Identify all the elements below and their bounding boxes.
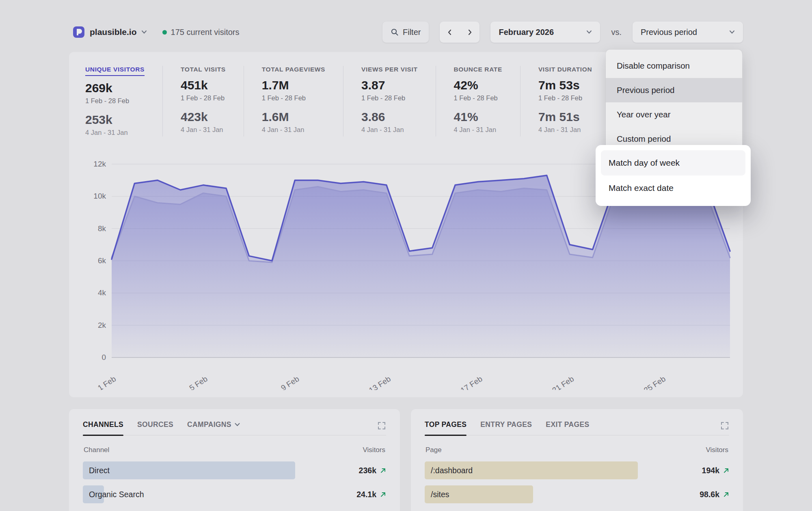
- metric-prev-period: 4 Jan - 31 Jan: [181, 126, 226, 134]
- expand-button[interactable]: [377, 421, 386, 430]
- vs-label: vs.: [611, 28, 622, 37]
- metric-prev-period: 4 Jan - 31 Jan: [361, 126, 418, 134]
- tab-top-pages[interactable]: TOP PAGES: [425, 420, 466, 435]
- y-axis-tick: 12k: [93, 160, 106, 168]
- tab-campaigns[interactable]: CAMPAIGNS: [187, 420, 240, 435]
- period-nav: [440, 22, 479, 43]
- row-label[interactable]: /sites: [425, 490, 449, 499]
- chevron-right-icon: [466, 29, 473, 36]
- metric-period: 1 Feb - 28 Feb: [538, 94, 592, 102]
- metric-bounce-rate[interactable]: BOUNCE RATE42%1 Feb - 28 Feb41%4 Jan - 3…: [436, 66, 520, 136]
- tab-entry-pages[interactable]: ENTRY PAGES: [480, 420, 532, 435]
- x-axis-tick: 13 Feb: [367, 375, 392, 390]
- metric-label[interactable]: VISIT DURATION: [538, 66, 592, 73]
- pages-rows: /:dashboard194k/sites98.6k: [425, 459, 729, 505]
- metric-prev-value: 1.6M: [262, 110, 325, 124]
- column-header: Page: [425, 446, 442, 454]
- metric-label[interactable]: TOTAL PAGEVIEWS: [262, 66, 325, 73]
- column-header: Channel: [84, 446, 109, 454]
- channels-column-headers: ChannelVisitors: [83, 446, 386, 454]
- y-axis-tick: 4k: [98, 288, 106, 297]
- comparison-selector[interactable]: Previous period: [633, 22, 743, 43]
- menu-item-previous-period[interactable]: Previous period: [606, 78, 742, 102]
- row-bar: [83, 461, 295, 479]
- next-period-arrow-button[interactable]: [460, 22, 479, 43]
- tab-channels[interactable]: CHANNELS: [83, 420, 123, 435]
- metric-label[interactable]: TOTAL VISITS: [181, 66, 226, 73]
- y-axis-tick: 10k: [93, 192, 106, 200]
- metric-period: 1 Feb - 28 Feb: [361, 94, 418, 102]
- menu-item-disable-comparison[interactable]: Disable comparison: [606, 54, 742, 78]
- menu-item-match-day-of-week[interactable]: Match day of week: [601, 150, 745, 175]
- row-value-text: 194k: [702, 466, 719, 475]
- previous-period-arrow-button[interactable]: [440, 22, 460, 43]
- metric-value: 3.87: [361, 78, 418, 92]
- tab-label: CHANNELS: [83, 420, 123, 429]
- tab-exit-pages[interactable]: EXIT PAGES: [546, 420, 589, 435]
- metric-prev-period: 4 Jan - 31 Jan: [262, 126, 325, 134]
- metric-views-per-visit[interactable]: VIEWS PER VISIT3.871 Feb - 28 Feb3.864 J…: [343, 66, 436, 136]
- table-row[interactable]: /:dashboard194k: [425, 459, 729, 481]
- filter-button[interactable]: Filter: [382, 22, 429, 43]
- metric-prev-value: 3.86: [361, 110, 418, 124]
- chevron-down-icon: [141, 30, 147, 34]
- metric-total-pageviews[interactable]: TOTAL PAGEVIEWS1.7M1 Feb - 28 Feb1.6M4 J…: [244, 66, 343, 136]
- metric-value: 42%: [454, 78, 502, 92]
- x-axis-tick: 5 Feb: [188, 375, 209, 390]
- comparison-label: Previous period: [641, 28, 697, 37]
- menu-item-match-exact-date[interactable]: Match exact date: [601, 175, 745, 201]
- menu-item-year-over-year[interactable]: Year over year: [606, 102, 742, 127]
- metric-prev-value: 41%: [454, 110, 502, 124]
- metric-visit-duration[interactable]: VISIT DURATION7m 53s1 Feb - 28 Feb7m 51s…: [520, 66, 610, 136]
- tab-sources[interactable]: SOURCES: [137, 420, 173, 435]
- chevron-down-icon: [586, 30, 592, 34]
- row-label[interactable]: /:dashboard: [425, 466, 473, 475]
- metric-value: 269k: [85, 81, 145, 95]
- metric-unique-visitors[interactable]: UNIQUE VISITORS269k1 Feb - 28 Feb253k4 J…: [85, 66, 162, 136]
- metric-prev-period: 4 Jan - 31 Jan: [454, 126, 502, 134]
- tab-label: TOP PAGES: [425, 420, 466, 429]
- metric-prev-value: 7m 51s: [538, 110, 592, 124]
- date-range-label: February 2026: [499, 28, 554, 37]
- metric-prev-value: 423k: [181, 110, 226, 124]
- site-switcher[interactable]: plausible.io: [72, 26, 147, 39]
- metric-label[interactable]: UNIQUE VISITORS: [85, 66, 145, 76]
- live-dot-icon: [162, 30, 167, 35]
- row-value-text: 24.1k: [356, 490, 376, 499]
- trend-up-icon: [723, 492, 729, 498]
- table-row[interactable]: /sites98.6k: [425, 483, 729, 505]
- metric-label[interactable]: VIEWS PER VISIT: [361, 66, 418, 73]
- site-name: plausible.io: [90, 27, 137, 37]
- y-axis-tick: 0: [102, 353, 106, 362]
- row-value: 24.1k: [356, 490, 386, 499]
- row-label[interactable]: Organic Search: [83, 490, 144, 499]
- match-menu: Match day of weekMatch exact date: [596, 145, 751, 206]
- y-axis-tick: 2k: [98, 321, 106, 329]
- x-axis-tick: 9 Feb: [279, 375, 300, 390]
- tab-label: ENTRY PAGES: [480, 420, 532, 429]
- metric-total-visits[interactable]: TOTAL VISITS451k1 Feb - 28 Feb423k4 Jan …: [162, 66, 244, 136]
- column-header: Visitors: [363, 446, 385, 454]
- y-axis-tick: 8k: [98, 224, 106, 233]
- metric-period: 1 Feb - 28 Feb: [262, 94, 325, 102]
- table-row[interactable]: Organic Search24.1k: [83, 483, 386, 505]
- table-row[interactable]: Direct236k: [83, 459, 386, 481]
- y-axis-tick: 6k: [98, 256, 106, 265]
- row-label[interactable]: Direct: [83, 466, 110, 475]
- expand-button[interactable]: [720, 421, 729, 430]
- pages-column-headers: PageVisitors: [425, 446, 729, 454]
- expand-icon: [377, 421, 386, 430]
- search-icon: [391, 28, 399, 36]
- metric-label[interactable]: BOUNCE RATE: [454, 66, 502, 73]
- x-axis-tick: 25 Feb: [642, 375, 667, 390]
- column-header: Visitors: [706, 446, 728, 454]
- current-visitors-label: 175 current visitors: [171, 28, 240, 37]
- metric-value: 1.7M: [262, 78, 325, 92]
- tab-label: CAMPAIGNS: [187, 420, 231, 429]
- metric-value: 451k: [181, 78, 226, 92]
- trend-up-icon: [380, 468, 386, 474]
- date-range-selector[interactable]: February 2026: [490, 22, 600, 43]
- current-visitors[interactable]: 175 current visitors: [162, 28, 240, 37]
- row-value-text: 236k: [359, 466, 376, 475]
- filter-label: Filter: [403, 28, 421, 37]
